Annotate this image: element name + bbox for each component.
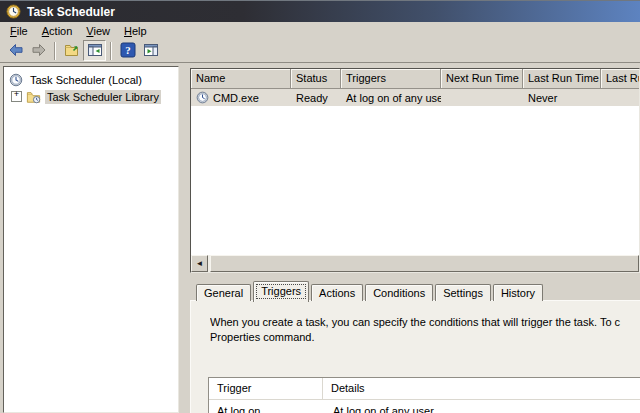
column-header-name[interactable]: Name — [191, 69, 291, 89]
menu-file[interactable]: File — [3, 24, 35, 38]
console-body: Task Scheduler (Local) + Task Scheduler … — [0, 63, 640, 413]
clock-icon — [196, 91, 210, 105]
description-line-1: When you create a task, you can specify … — [210, 315, 640, 330]
column-header-status[interactable]: Status — [291, 69, 341, 89]
folder-clock-icon — [26, 90, 41, 104]
menu-view[interactable]: View — [79, 24, 117, 38]
tree-item-label: Task Scheduler Library — [45, 90, 161, 104]
help-button[interactable]: ? — [116, 40, 139, 61]
tab-actions[interactable]: Actions — [311, 284, 363, 301]
horizontal-scrollbar[interactable]: ◄ — [191, 255, 639, 272]
tab-strip: General Triggers Actions Conditions Sett… — [190, 280, 640, 301]
task-scheduler-clock-icon — [6, 4, 21, 19]
tree-item-task-scheduler-local[interactable]: Task Scheduler (Local) — [4, 71, 178, 88]
task-list-view: Name Status Triggers Next Run Time Last … — [190, 68, 640, 273]
console-tree-pane: Task Scheduler (Local) + Task Scheduler … — [3, 66, 179, 413]
details-cell: At log on of any user — [323, 405, 434, 413]
task-list-header: Name Status Triggers Next Run Time Last … — [191, 69, 639, 89]
menu-help[interactable]: Help — [117, 24, 154, 38]
triggers-tab-page: When you create a task, you can specify … — [190, 300, 640, 413]
trigger-table: Trigger Details At log on At log on of a… — [208, 377, 640, 413]
back-arrow-icon — [8, 42, 24, 60]
tab-triggers[interactable]: Triggers — [253, 281, 309, 302]
show-hide-console-tree-button[interactable] — [83, 40, 106, 61]
console-tree-panel-icon — [87, 42, 103, 60]
tab-general[interactable]: General — [196, 284, 251, 301]
scroll-left-arrow-icon: ◄ — [196, 259, 204, 268]
trigger-row[interactable]: At log on At log on of any user — [209, 400, 640, 413]
column-header-triggers[interactable]: Triggers — [341, 69, 441, 89]
scroll-left-button[interactable]: ◄ — [191, 255, 208, 272]
menu-bar: File Action View Help — [0, 22, 640, 39]
details-column-header: Details — [323, 378, 365, 399]
forward-button[interactable] — [27, 40, 50, 61]
description-line-2: Properties command. — [210, 330, 640, 345]
help-question-icon: ? — [120, 42, 136, 60]
task-row-cmd-exe[interactable]: CMD.exe Ready At log on of any user Neve… — [191, 89, 640, 106]
trigger-table-header: Trigger Details — [209, 378, 640, 400]
column-header-next-run-time[interactable]: Next Run Time — [441, 69, 523, 89]
up-one-level-button[interactable] — [60, 40, 83, 61]
forward-arrow-icon — [31, 42, 47, 60]
tab-conditions[interactable]: Conditions — [365, 284, 433, 301]
task-preview-pane: General Triggers Actions Conditions Sett… — [190, 280, 640, 413]
scrollbar-thumb[interactable] — [210, 255, 639, 272]
menu-action[interactable]: Action — [35, 24, 80, 38]
tree-item-task-scheduler-library[interactable]: + Task Scheduler Library — [4, 88, 178, 105]
svg-text:?: ? — [125, 44, 131, 56]
tree-item-label: Task Scheduler (Local) — [28, 73, 144, 87]
task-name-cell: CMD.exe — [191, 91, 291, 105]
column-header-last-run-time[interactable]: Last Run Time — [523, 69, 601, 89]
trigger-cell: At log on — [209, 405, 323, 413]
toolbar-separator — [54, 42, 56, 60]
window-title: Task Scheduler — [27, 5, 115, 19]
expand-plus-icon[interactable]: + — [11, 91, 22, 102]
column-header-last-run-result[interactable]: Last Run — [601, 69, 640, 89]
action-pane-panel-icon — [143, 42, 159, 60]
trigger-column-header: Trigger — [209, 378, 323, 399]
clock-icon — [9, 73, 24, 87]
task-last-run-time: Never — [523, 92, 601, 104]
tab-settings[interactable]: Settings — [435, 284, 491, 301]
show-hide-action-pane-button[interactable] — [139, 40, 162, 61]
folder-up-icon — [64, 42, 80, 60]
back-button[interactable] — [4, 40, 27, 61]
task-status: Ready — [291, 92, 341, 104]
task-triggers: At log on of any user — [341, 92, 441, 104]
triggers-description: When you create a task, you can specify … — [210, 315, 640, 345]
toolbar-separator — [110, 42, 112, 60]
toolbar: ? — [0, 39, 640, 63]
task-name: CMD.exe — [213, 92, 259, 104]
tab-history[interactable]: History — [493, 284, 543, 301]
title-bar: Task Scheduler — [0, 0, 640, 22]
